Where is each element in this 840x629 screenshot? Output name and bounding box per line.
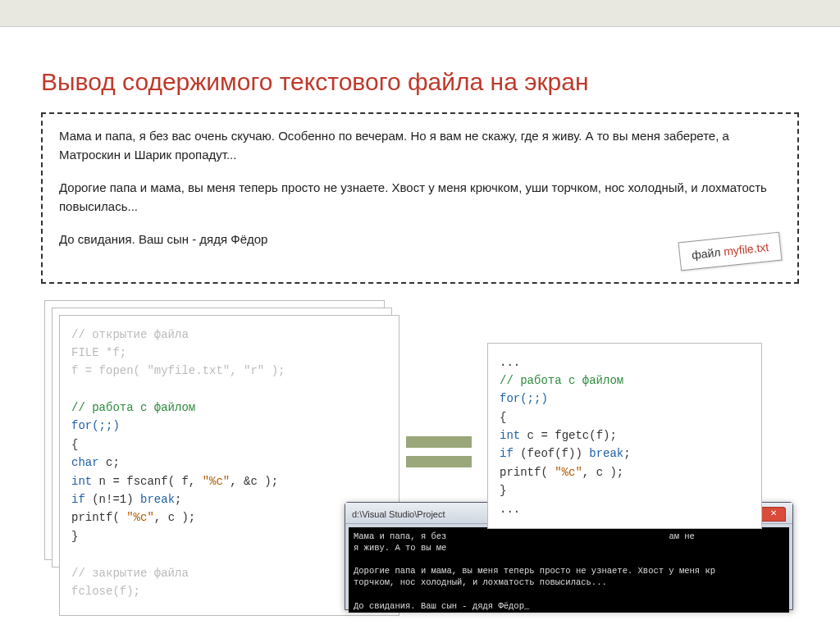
file-paragraph-3: До свидания. Ваш сын - дядя Фёдор xyxy=(59,230,781,249)
cr-dots-top: ... xyxy=(500,353,750,371)
cl-break-kw: break xyxy=(140,493,175,506)
cr-feof: (feof(f)) xyxy=(514,447,589,460)
cr-printf-1: printf( xyxy=(500,466,555,479)
cl-fscanf-2: , &c ); xyxy=(230,475,278,488)
cr-comment: // работа с файлом xyxy=(500,371,750,390)
file-paragraph-2: Дорогие папа и мама, вы меня теперь прос… xyxy=(59,179,781,216)
cr-break-kw: break xyxy=(589,447,623,460)
cl-fscanf-1: n = fscanf( f, xyxy=(92,475,202,488)
cr-brace-open: { xyxy=(500,408,750,426)
console-title-text: d:\Visual Studio\Project xyxy=(352,509,445,519)
cr-fgetc: c = fgetc(f); xyxy=(520,429,617,442)
cr-int-kw: int xyxy=(500,429,520,442)
cl-fclose: fclose(f); xyxy=(71,582,387,600)
cr-for: for(;;) xyxy=(500,392,548,405)
cl-semi: ; xyxy=(175,493,181,506)
file-label-prefix: файл xyxy=(691,244,724,261)
cr-semi: ; xyxy=(623,447,630,460)
cl-file-decl: FILE *f; xyxy=(71,344,387,362)
cl-if-cond: (n!=1) xyxy=(85,493,140,506)
slide-title: Вывод содержимого текстового файла на эк… xyxy=(41,68,799,96)
file-label-name: myfile.txt xyxy=(723,240,769,258)
cl-char-v: c; xyxy=(99,456,120,469)
text-file-box: Мама и папа, я без вас очень скучаю. Осо… xyxy=(41,112,799,284)
cr-brace-close: } xyxy=(500,481,750,499)
con-l5: До свидания. Ваш сын - дядя Фёдор_ xyxy=(354,601,529,611)
equals-icon xyxy=(406,436,472,476)
con-l2: я живу. А то вы ме xyxy=(354,543,446,553)
cl-printf-1: printf( xyxy=(71,511,126,524)
top-bar xyxy=(0,0,840,27)
con-l4: торчком, нос холодный, и лохматость повы… xyxy=(354,577,607,587)
file-paragraph-1: Мама и папа, я без вас очень скучаю. Осо… xyxy=(59,127,781,164)
slide: Вывод содержимого текстового файла на эк… xyxy=(0,27,840,625)
cl-brace-close: } xyxy=(71,527,387,545)
cl-char-kw: char xyxy=(71,456,99,469)
cl-fscanf-str: "%c" xyxy=(203,475,231,488)
cr-dots-bottom: ... xyxy=(500,500,750,518)
cr-if-kw: if xyxy=(500,447,514,460)
cr-printf-str: "%c" xyxy=(555,466,582,479)
code-area: // открытие файла FILE *f; f = fopen( "m… xyxy=(41,297,799,608)
cr-printf-2: , c ); xyxy=(582,466,623,479)
cl-for: for(;;) xyxy=(71,419,120,432)
cl-comment-open: // открытие файла xyxy=(71,326,387,344)
cl-int-kw: int xyxy=(71,475,92,488)
con-l3: Дорогие папа и мама, вы меня теперь прос… xyxy=(354,566,715,576)
close-button[interactable]: ✕ xyxy=(761,507,786,522)
cl-printf-str: "%c" xyxy=(126,511,154,524)
cl-fopen: f = fopen( "myfile.txt", "r" ); xyxy=(71,362,387,380)
cl-printf-2: , c ); xyxy=(154,511,195,524)
cl-comment-work: // работа с файлом xyxy=(71,399,387,417)
cl-brace-open: { xyxy=(71,435,387,454)
code-block-right: ... // работа с файлом for(;;) { int c =… xyxy=(487,343,762,530)
con-l1b: ам не xyxy=(669,531,695,541)
cl-if-kw: if xyxy=(71,493,85,506)
con-l1a: Мама и папа, я без xyxy=(354,531,446,541)
console-output: Мама и папа, я без ам не я живу. А то вы… xyxy=(349,527,789,613)
cl-comment-close: // закрытие файла xyxy=(71,564,387,582)
